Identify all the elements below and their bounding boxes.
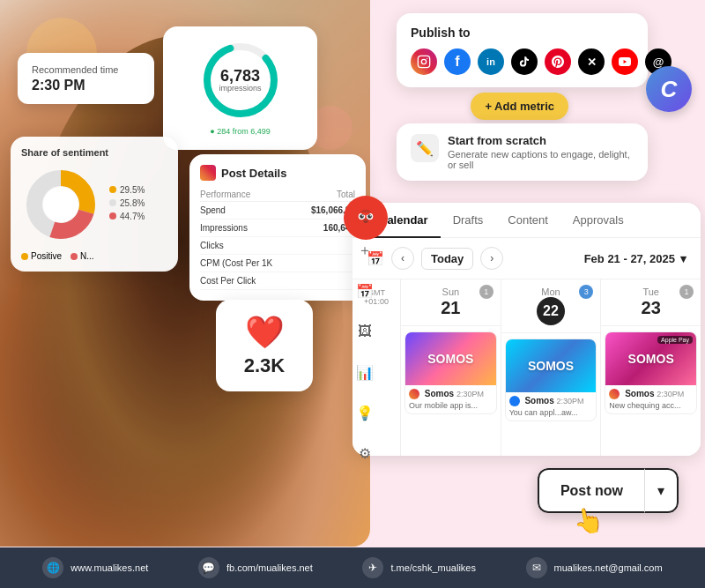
calendar-tabs: Calendar Drafts Content Approvals [352, 203, 701, 238]
prev-week-button[interactable]: ‹ [391, 247, 414, 270]
table-row: Cost Per Click [200, 272, 355, 290]
calendar-grid: GMT +01:00 Sun 21 1 SOMOS Somos [352, 279, 701, 456]
day-num-sun: 21 [404, 297, 497, 318]
whatsapp-icon: 💬 [198, 557, 219, 578]
today-button[interactable]: Today [421, 248, 473, 270]
impressions-card: 6,783 impressions 284 from 6,499 [163, 26, 317, 150]
post-now-button-group[interactable]: Post now ▾ [538, 468, 679, 513]
social-icons-row: f in ✕ @ [411, 48, 634, 75]
calendar-card: Calendar Drafts Content Approvals 📅 ‹ To… [352, 203, 701, 456]
add-metric-button[interactable]: + Add metric [471, 93, 568, 120]
impressions-number: 6,783 [219, 68, 261, 84]
sidebar-image-icon[interactable]: 🖼 [352, 319, 377, 344]
impressions-change: 284 from 6,499 [177, 127, 303, 136]
calendar-day-tue: Tue 23 1 SOMOS Apple Pay Somos 2:30PM [601, 279, 701, 456]
tab-drafts[interactable]: Drafts [441, 203, 496, 237]
instagram-icon[interactable] [411, 48, 437, 75]
sidebar-calendar-icon[interactable]: 📅 [352, 279, 377, 303]
sidebar-icons: ＋ 📅 🖼 📊 💡 ⚙ [352, 238, 377, 465]
post-details-card: Post Details Performance Total Spend $16… [189, 154, 366, 301]
rec-time-label: Recommended time [32, 63, 140, 76]
table-row: CPM (Cost Per 1K [200, 255, 355, 272]
scratch-title: Start from scratch [448, 134, 634, 147]
day-badge-tue: 1 [679, 285, 694, 299]
sidebar-add-icon[interactable]: ＋ [352, 238, 377, 263]
sentiment-legend: 29.5% 25.8% 44.7% [109, 185, 145, 225]
calendar-post-sun[interactable]: SOMOS Somos 2:30PM Our mobile app is... [404, 331, 497, 414]
coda-icon[interactable]: C [646, 66, 692, 112]
cursor-hand: 👆 [570, 503, 605, 538]
likes-value: 2.3K [230, 354, 299, 377]
sentiment-card: Share of sentiment 29.5% 25.8% 44.7% [11, 137, 178, 272]
svg-point-15 [370, 215, 372, 217]
calendar-date-range[interactable]: Feb 21 - 27, 2025 ▾ [584, 252, 686, 265]
post-now-dropdown-button[interactable]: ▾ [645, 468, 679, 513]
post-time-sun: 2:30PM [456, 390, 484, 398]
next-week-button[interactable]: › [480, 247, 503, 270]
pinterest-icon[interactable] [545, 48, 571, 75]
post-details-table: Performance Total Spend $16,066.80 Impre… [200, 188, 355, 290]
footer-telegram[interactable]: ✈ t.me/cshk_mualikes [362, 557, 476, 578]
day-badge-sun: 1 [479, 285, 494, 299]
likes-card: ❤️ 2.3K [216, 300, 313, 391]
sidebar-bulb-icon[interactable]: 💡 [352, 400, 377, 425]
post-details-title: Post Details [221, 167, 286, 180]
hootsuite-owl-icon [344, 196, 388, 240]
post-desc-mon: You can appl...aw... [509, 408, 593, 417]
rec-time-value: 2:30 PM [32, 78, 140, 93]
sentiment-legend-labels: Positive N... [21, 251, 167, 261]
svg-point-3 [421, 59, 426, 63]
post-social-icon-sun [409, 389, 419, 399]
calendar-day-mon: Mon 22 3 SOMOS Somos 2:30PM You can [501, 279, 602, 456]
table-row: Spend $16,066.80 [200, 202, 355, 220]
scratch-desc: Generate new captions to engage, delight… [448, 149, 634, 170]
impressions-unit: impressions [219, 84, 261, 93]
post-time-mon: 2:30PM [557, 397, 584, 406]
tiktok-icon[interactable] [511, 48, 538, 75]
post-name-tue: Somos [625, 389, 654, 398]
x-twitter-icon[interactable]: ✕ [578, 48, 605, 75]
day-num-mon: 22 [537, 297, 565, 325]
calendar-nav: 📅 ‹ Today › Feb 21 - 27, 2025 ▾ [352, 238, 701, 279]
post-desc-tue: New chequing acc... [609, 401, 693, 410]
svg-point-8 [43, 187, 78, 222]
table-row: Impressions 160,646 [200, 220, 355, 237]
telegram-icon: ✈ [362, 557, 383, 578]
linkedin-icon[interactable]: in [478, 48, 504, 75]
svg-point-14 [362, 215, 364, 217]
calendar-day-sun: Sun 21 1 SOMOS Somos 2:30PM Our mob [401, 279, 501, 456]
svg-point-4 [427, 58, 427, 59]
globe-icon: 🌐 [42, 557, 63, 578]
svg-point-13 [367, 214, 372, 219]
post-time-tue: 2:30PM [657, 390, 684, 398]
youtube-icon[interactable] [612, 48, 638, 75]
footer-website[interactable]: 🌐 www.mualikes.net [42, 557, 148, 578]
sentiment-title: Share of sentiment [21, 147, 167, 158]
day-num-tue: 23 [605, 297, 697, 318]
table-row: Clicks [200, 237, 355, 255]
sidebar-chart-icon[interactable]: 📊 [352, 360, 377, 384]
facebook-icon[interactable]: f [444, 48, 471, 75]
sentiment-donut-chart [21, 165, 100, 244]
post-desc-sun: Our mobile app is... [409, 401, 493, 410]
footer-facebook[interactable]: 💬 fb.com/mualikes.net [198, 557, 313, 578]
post-social-icon-tue [609, 389, 620, 399]
scratch-pencil-icon: ✏️ [411, 134, 439, 162]
tab-content[interactable]: Content [495, 203, 560, 237]
sidebar-settings-icon[interactable]: ⚙ [352, 441, 377, 465]
post-social-icon-mon [509, 396, 520, 406]
start-from-scratch-card[interactable]: ✏️ Start from scratch Generate new capti… [397, 123, 648, 181]
tab-approvals[interactable]: Approvals [560, 203, 636, 237]
svg-rect-2 [418, 56, 429, 67]
heart-icon: ❤️ [230, 314, 299, 351]
footer: 🌐 www.mualikes.net 💬 fb.com/mualikes.net… [0, 547, 705, 588]
post-name-sun: Somos [425, 389, 454, 398]
post-details-insta-icon [200, 165, 216, 181]
post-name-mon: Somos [524, 396, 553, 406]
calendar-post-tue[interactable]: SOMOS Apple Pay Somos 2:30PM New chequin… [605, 331, 697, 414]
footer-email[interactable]: ✉ mualikes.net@gmail.com [526, 557, 663, 578]
recommended-time-card: Recommended time 2:30 PM [18, 53, 154, 104]
calendar-post-mon[interactable]: SOMOS Somos 2:30PM You can appl...aw... [505, 339, 597, 421]
publish-to-card: Publish to f in ✕ @ [397, 13, 648, 87]
publish-title: Publish to [411, 26, 634, 40]
